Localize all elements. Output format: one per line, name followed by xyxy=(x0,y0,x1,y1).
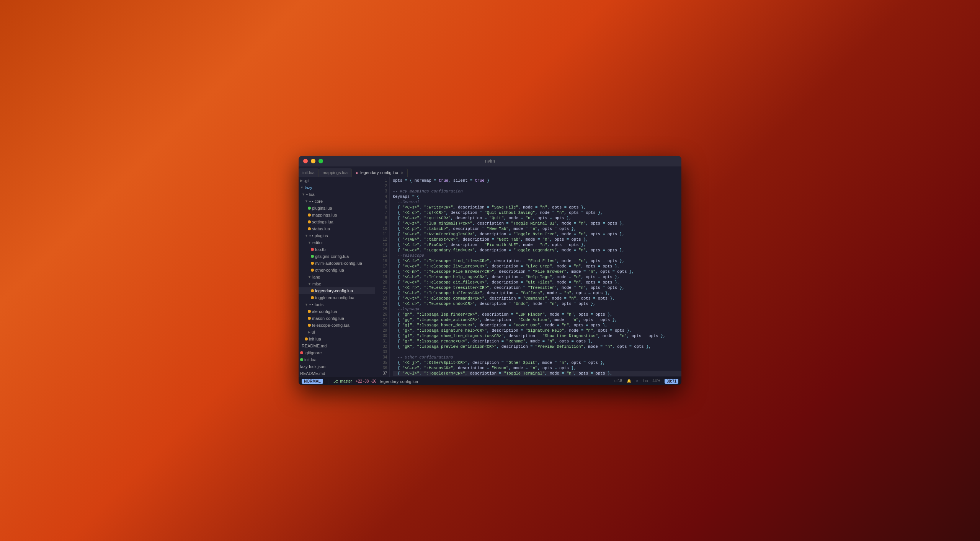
app-window: nvim init.lua mappings.lua ● legendary-c… xyxy=(299,156,681,385)
line-30: 30 xyxy=(375,333,389,339)
code-line-11: { "<C-n>", ":NvimTreeToggle<CR>", descri… xyxy=(393,231,681,237)
minimize-button[interactable] xyxy=(311,159,315,163)
code-line-34: -- Other configurations xyxy=(393,355,681,360)
line-8: 8 xyxy=(375,215,389,221)
status-filetype: lua xyxy=(643,379,648,384)
line-7: 7 xyxy=(375,210,389,215)
tab-close-icon[interactable]: ✕ xyxy=(400,171,403,175)
status-filename: legendary-config.lua xyxy=(380,379,418,384)
file-status-icon xyxy=(311,296,314,299)
status-bell-icon: 🔔 xyxy=(627,379,631,384)
sidebar-item-git[interactable]: ▶ .git xyxy=(299,177,375,184)
sidebar-item-ale-config[interactable]: ale-config.lua xyxy=(299,308,375,315)
code-editor[interactable]: opts = { noremap = true, silent = true }… xyxy=(390,177,681,377)
sidebar-item-label: README.md xyxy=(302,343,327,349)
line-numbers: 1 2 3 4 5 6 7 8 9 10 11 12 13 14 15 16 1… xyxy=(375,177,390,377)
sidebar-item-label: init.lua xyxy=(309,336,321,342)
code-line-5: --General xyxy=(393,199,681,205)
tab-label: legendary-config.lua xyxy=(360,170,398,175)
status-circle-icon: ○ xyxy=(636,379,638,384)
maximize-button[interactable] xyxy=(318,159,323,163)
sidebar-item-init-root[interactable]: init.lua xyxy=(299,356,375,363)
sidebar-item-foo-tb[interactable]: foo.tb xyxy=(299,246,375,253)
line-5: 5 xyxy=(375,199,389,205)
tab-mappings-lua[interactable]: mappings.lua xyxy=(319,168,352,177)
sidebar-item-label: gitsigns-config.lua xyxy=(315,253,349,259)
sidebar-item-label: init.lua xyxy=(304,357,317,363)
window-title: nvim xyxy=(485,158,495,164)
sidebar-item-editor[interactable]: ▼ editor xyxy=(299,239,375,246)
tab-legendary-config[interactable]: ● legendary-config.lua ✕ xyxy=(352,168,408,177)
fold-icon: ▼ xyxy=(305,301,308,308)
close-button[interactable] xyxy=(303,159,308,163)
code-line-14: { "<C-e>", ":Legendary.find<CR>", descri… xyxy=(393,248,681,253)
status-cursor-pos: 38:71 xyxy=(665,379,678,384)
line-10: 10 xyxy=(375,226,389,231)
sidebar-item-label: ale-config.lua xyxy=(312,308,337,314)
file-status-icon xyxy=(300,351,303,354)
sidebar-item-label: foo.tb xyxy=(315,246,326,253)
line-6: 6 xyxy=(375,205,389,210)
line-34: 34 xyxy=(375,355,389,360)
line-21: 21 xyxy=(375,285,389,290)
line-1: 1 xyxy=(375,178,389,183)
code-line-18: { "<C-m>", ":Telescope File_Browser<CR>"… xyxy=(393,269,681,274)
code-line-24: { "<C-u>", ":Telescope undo<CR>", descri… xyxy=(393,301,681,306)
sidebar-item-init-lua[interactable]: init.lua xyxy=(299,336,375,342)
line-3: 3 xyxy=(375,189,389,194)
code-line-20: { "<C-d>", ":Telescope git_files<CR>", d… xyxy=(393,280,681,285)
sidebar-item-gitsigns[interactable]: gitsigns-config.lua xyxy=(299,253,375,260)
git-branch-icon: ⎇ xyxy=(333,379,338,383)
sidebar-item-plugins[interactable]: ▼ • • plugins xyxy=(299,232,375,239)
code-line-25: --lspsaga xyxy=(393,306,681,312)
line-36: 36 xyxy=(375,365,389,371)
sidebar-item-gitignore[interactable]: .gitignore xyxy=(299,349,375,356)
sidebar-item-lazy-lock[interactable]: lazy-lock.json xyxy=(299,363,375,370)
sidebar-item-label: mason-config.lua xyxy=(312,315,344,321)
sidebar-item-lua[interactable]: ▼ • lua xyxy=(299,191,375,198)
sidebar-item-plugins-lua[interactable]: plugins.lua xyxy=(299,205,375,212)
code-line-29: { "gk", ":lspsaga signature_help<CR>", d… xyxy=(393,328,681,333)
sidebar-item-label: toggleterm-config.lua xyxy=(315,295,354,301)
line-19: 19 xyxy=(375,274,389,280)
sidebar-item-tools[interactable]: ▼ • • tools xyxy=(299,301,375,308)
code-line-31: { "gr", ":lspsaga rename<CR>", descripti… xyxy=(393,339,681,344)
code-line-22: { "<C-b>", ":Telescope buffers<CR>", des… xyxy=(393,290,681,296)
file-status-icon xyxy=(311,248,314,251)
code-line-28: { "gj", ":lspsaga hover_doc<CR>", descri… xyxy=(393,323,681,328)
sidebar-item-core[interactable]: ▼ • • core xyxy=(299,198,375,205)
line-29: 29 xyxy=(375,328,389,333)
status-separator: │ xyxy=(327,379,330,384)
file-status-icon xyxy=(308,213,311,217)
tab-modified-icon: ● xyxy=(356,171,358,175)
status-encoding: utf-8 xyxy=(614,379,622,384)
sidebar-item-settings-lua[interactable]: settings.lua xyxy=(299,218,375,225)
tab-init-lua[interactable]: init.lua xyxy=(299,168,319,177)
sidebar-item-readme-lazy[interactable]: README.md xyxy=(299,342,375,349)
code-line-6: { "<C-s>", ":write<CR>", description = "… xyxy=(393,205,681,210)
sidebar-item-label: nvim-autopairs-config.lua xyxy=(315,260,362,266)
sidebar-item-misc[interactable]: ▼ misc xyxy=(299,280,375,287)
code-line-9: { "<C-z>", ":lua minimal()<CR>", descrip… xyxy=(393,221,681,226)
sidebar-item-label: • • plugins xyxy=(309,233,328,239)
sidebar-item-telescope-config[interactable]: telescope-config.lua xyxy=(299,322,375,329)
sidebar-item-other-config[interactable]: other-config.lua xyxy=(299,267,375,274)
sidebar-item-autopairs[interactable]: nvim-autopairs-config.lua xyxy=(299,260,375,267)
sidebar-item-readme-root[interactable]: README.md xyxy=(299,370,375,377)
sidebar-item-ui[interactable]: ▶ ui xyxy=(299,329,375,336)
sidebar-item-legendary-config[interactable]: legendary-config.lua xyxy=(299,287,375,294)
sidebar-item-mappings-lua[interactable]: mappings.lua xyxy=(299,212,375,218)
status-right: utf-8 🔔 ○ lua 44% 38:71 xyxy=(614,379,678,384)
status-branch: ⎇ master xyxy=(333,379,352,383)
sidebar-item-toggleterm[interactable]: toggleterm-config.lua xyxy=(299,294,375,301)
sidebar-item-mason-config[interactable]: mason-config.lua xyxy=(299,315,375,322)
sidebar-item-label: • lua xyxy=(306,191,315,197)
sidebar-item-status-lua[interactable]: status.lua xyxy=(299,225,375,232)
sidebar-item-label: • • core xyxy=(309,198,323,204)
sidebar-item-lang[interactable]: ▼ lang xyxy=(299,274,375,280)
editor-area: 1 2 3 4 5 6 7 8 9 10 11 12 13 14 15 16 1… xyxy=(375,177,681,377)
sidebar-item-lazy[interactable]: ▼ lazy xyxy=(299,184,375,191)
line-23: 23 xyxy=(375,296,389,301)
sidebar-item-label: lazy xyxy=(305,184,312,191)
file-status-icon xyxy=(308,324,311,327)
